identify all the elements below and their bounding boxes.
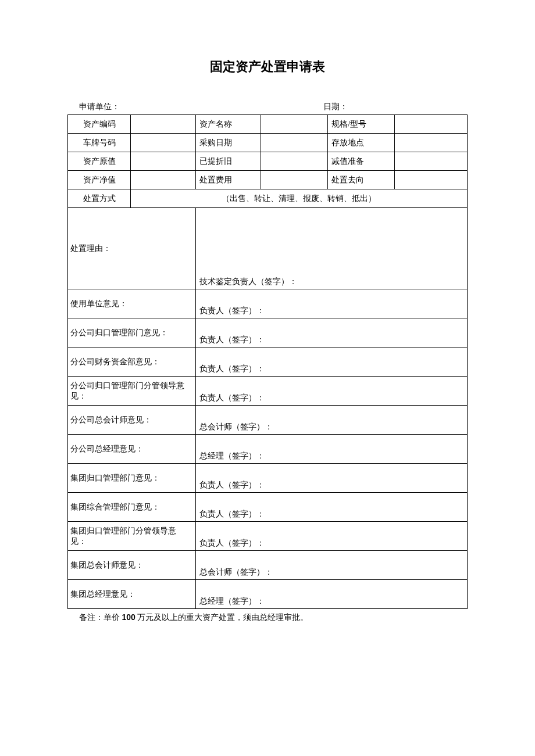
row-opinion-10: 集团总经理意见： 总经理（签字）： — [68, 580, 468, 609]
val-purchase-date — [261, 134, 328, 152]
label-asset-name: 资产名称 — [195, 115, 261, 134]
sig-opinion-5: 总经理（签字）： — [195, 435, 467, 464]
row-opinion-6: 集团归口管理部门意见： 负责人（签字）： — [68, 464, 468, 493]
page-title: 固定资产处置申请表 — [67, 58, 468, 76]
label-reason: 处置理由： — [68, 208, 196, 289]
label-opinion-10: 集团总经理意见： — [68, 580, 196, 609]
apply-unit-label: 申请单位： — [67, 102, 120, 112]
val-orig-value — [131, 152, 196, 171]
label-location: 存放地点 — [328, 134, 395, 152]
label-purchase-date: 采购日期 — [195, 134, 261, 152]
label-opinion-5: 分公司总经理意见： — [68, 435, 196, 464]
label-opinion-0: 使用单位意见： — [68, 289, 196, 318]
sig-opinion-10: 总经理（签字）： — [195, 580, 467, 609]
sig-opinion-0: 负责人（签字）： — [195, 289, 467, 318]
label-depreciation: 已提折旧 — [195, 152, 261, 171]
row-opinion-2: 分公司财务资金部意见： 负责人（签字）： — [68, 347, 468, 377]
footnote: 备注：单价 100 万元及以上的重大资产处置，须由总经理审批。 — [67, 611, 347, 624]
form-table: 资产编码 资产名称 规格/型号 车牌号码 采购日期 存放地点 资产原值 已提折旧… — [67, 114, 468, 609]
label-opinion-4: 分公司总会计师意见： — [68, 406, 196, 435]
row-opinion-8: 集团归口管理部门分管领导意见： 负责人（签字）： — [68, 522, 468, 551]
label-opinion-9: 集团总会计师意见： — [68, 551, 196, 580]
val-disposal-method: （出售、转让、清理、报废、转销、抵出） — [131, 189, 468, 208]
row-asset-code: 资产编码 资产名称 规格/型号 — [68, 115, 468, 134]
label-opinion-3: 分公司归口管理部门分管领导意见： — [68, 377, 196, 406]
label-disposal-method: 处置方式 — [68, 189, 131, 208]
row-opinion-1: 分公司归口管理部门意见： 负责人（签字）： — [68, 318, 468, 347]
val-net-value — [131, 171, 196, 189]
row-reason: 处置理由： 技术鉴定负责人（签字）： — [68, 208, 468, 289]
sig-opinion-3: 负责人（签字）： — [195, 377, 467, 406]
sig-tech: 技术鉴定负责人（签字）： — [195, 208, 467, 289]
row-plate: 车牌号码 采购日期 存放地点 — [68, 134, 468, 152]
sig-opinion-1: 负责人（签字）： — [195, 318, 467, 347]
row-opinion-9: 集团总会计师意见： 总会计师（签字）： — [68, 551, 468, 580]
label-asset-code: 资产编码 — [68, 115, 131, 134]
note-suffix: 万元及以上的重大资产处置，须由总经理审批。 — [135, 613, 309, 622]
date-label: 日期： — [323, 102, 348, 112]
val-impairment — [395, 152, 468, 171]
sig-opinion-9: 总会计师（签字）： — [195, 551, 467, 580]
label-opinion-7: 集团综合管理部门意见： — [68, 493, 196, 522]
row-net-value: 资产净值 处置费用 处置去向 — [68, 171, 468, 189]
note-prefix: 备注：单价 — [79, 613, 122, 622]
label-plate: 车牌号码 — [68, 134, 131, 152]
row-opinion-4: 分公司总会计师意见： 总会计师（签字）： — [68, 406, 468, 435]
label-opinion-1: 分公司归口管理部门意见： — [68, 318, 196, 347]
val-plate — [131, 134, 196, 152]
sig-opinion-4: 总会计师（签字）： — [195, 406, 467, 435]
note-amount: 100 — [122, 612, 135, 622]
val-depreciation — [261, 152, 328, 171]
row-opinion-5: 分公司总经理意见： 总经理（签字）： — [68, 435, 468, 464]
sig-opinion-7: 负责人（签字）： — [195, 493, 467, 522]
sig-opinion-6: 负责人（签字）： — [195, 464, 467, 493]
row-opinion-3: 分公司归口管理部门分管领导意见： 负责人（签字）： — [68, 377, 468, 406]
row-orig-value: 资产原值 已提折旧 减值准备 — [68, 152, 468, 171]
val-location — [395, 134, 468, 152]
row-opinion-7: 集团综合管理部门意见： 负责人（签字）： — [68, 493, 468, 522]
val-asset-name — [261, 115, 328, 134]
row-disposal-method: 处置方式 （出售、转让、清理、报废、转销、抵出） — [68, 189, 468, 208]
val-disposal-dest — [395, 171, 468, 189]
val-disposal-cost — [261, 171, 328, 189]
label-orig-value: 资产原值 — [68, 152, 131, 171]
label-net-value: 资产净值 — [68, 171, 131, 189]
label-opinion-2: 分公司财务资金部意见： — [68, 347, 196, 377]
label-impairment: 减值准备 — [328, 152, 395, 171]
label-opinion-8: 集团归口管理部门分管领导意见： — [68, 522, 196, 551]
label-disposal-dest: 处置去向 — [328, 171, 395, 189]
row-opinion-0: 使用单位意见： 负责人（签字）： — [68, 289, 468, 318]
sig-opinion-2: 负责人（签字）： — [195, 347, 467, 377]
label-opinion-6: 集团归口管理部门意见： — [68, 464, 196, 493]
label-disposal-cost: 处置费用 — [195, 171, 261, 189]
val-asset-code — [131, 115, 196, 134]
label-spec-model: 规格/型号 — [328, 115, 395, 134]
sig-opinion-8: 负责人（签字）： — [195, 522, 467, 551]
header-line: 申请单位： 日期： — [67, 102, 468, 112]
val-spec-model — [395, 115, 468, 134]
